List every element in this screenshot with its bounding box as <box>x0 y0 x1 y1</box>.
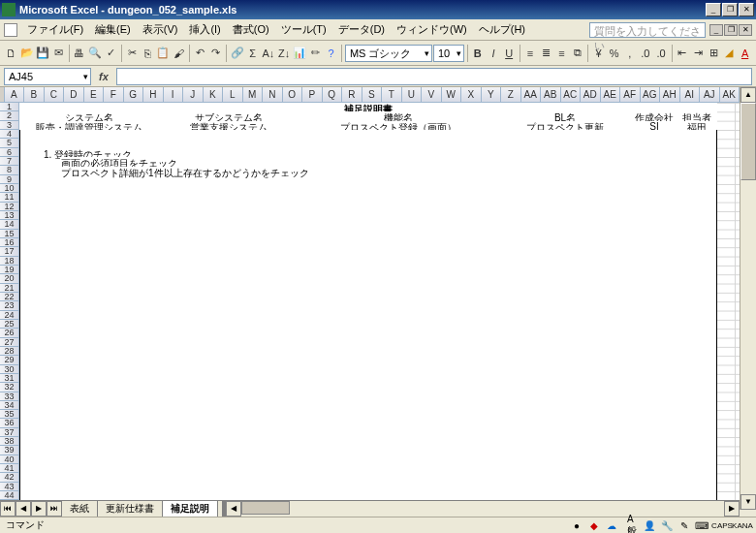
help-icon[interactable]: ? <box>324 44 338 63</box>
outdent-icon[interactable]: ⇥ <box>691 44 706 63</box>
undo-icon[interactable]: ↶ <box>193 44 207 63</box>
sort-asc-icon[interactable]: A↓ <box>261 44 275 63</box>
col-header-AA[interactable]: AA <box>521 87 542 103</box>
col-header-C[interactable]: C <box>45 87 65 103</box>
col-header-O[interactable]: O <box>283 87 303 103</box>
ime-icon-2[interactable]: ◆ <box>586 518 602 532</box>
tab-last-icon[interactable]: ⏭ <box>47 501 62 517</box>
col-header-K[interactable]: K <box>204 87 224 103</box>
doc-restore-button[interactable]: ❐ <box>724 24 738 36</box>
col-header-AK[interactable]: AK <box>720 87 740 103</box>
ime-icon-4[interactable]: 👤 <box>642 518 657 532</box>
save-icon[interactable]: 💾 <box>35 44 49 63</box>
doc-minimize-button[interactable]: _ <box>709 24 723 36</box>
col-header-F[interactable]: F <box>104 87 124 103</box>
vertical-scrollbar[interactable]: ▲ ▼ <box>740 87 756 510</box>
decrease-decimal-icon[interactable]: .0 <box>653 44 668 63</box>
increase-decimal-icon[interactable]: .0 <box>638 44 652 63</box>
align-center-icon[interactable]: ≣ <box>539 44 553 63</box>
align-left-icon[interactable]: ≡ <box>522 44 537 63</box>
name-box[interactable]: AJ45 <box>4 68 91 85</box>
col-header-V[interactable]: V <box>422 87 442 103</box>
tab-prev-icon[interactable]: ◀ <box>16 501 31 517</box>
col-header-Q[interactable]: Q <box>323 87 343 103</box>
col-header-Z[interactable]: Z <box>501 87 521 103</box>
ask-question-input[interactable]: 質問を入力してください <box>589 22 706 38</box>
col-header-G[interactable]: G <box>124 87 144 103</box>
col-header-P[interactable]: P <box>302 87 323 103</box>
menu-view[interactable]: 表示(V) <box>137 20 184 39</box>
col-header-U[interactable]: U <box>402 87 423 103</box>
col-header-H[interactable]: H <box>143 87 164 103</box>
font-color-icon[interactable]: A <box>738 44 752 63</box>
menu-format[interactable]: 書式(O) <box>227 20 275 39</box>
tab-first-icon[interactable]: ⏮ <box>0 501 16 517</box>
font-select[interactable]: MS ゴシック <box>345 45 432 62</box>
autosum-icon[interactable]: Σ <box>245 44 260 63</box>
col-header-X[interactable]: X <box>461 87 482 103</box>
col-header-A[interactable]: A <box>5 87 25 103</box>
col-header-N[interactable]: N <box>263 87 283 103</box>
copy-icon[interactable]: ⎘ <box>141 44 155 63</box>
menu-help[interactable]: ヘルプ(H) <box>473 20 531 39</box>
col-header-Y[interactable]: Y <box>482 87 502 103</box>
cells-area[interactable]: 補足説明書 システム名 サブシステム名 機能名 BL名 作成会社 担当者 販売・… <box>19 103 740 510</box>
open-icon[interactable]: 📂 <box>19 44 34 63</box>
col-header-S[interactable]: S <box>362 87 383 103</box>
col-header-L[interactable]: L <box>223 87 243 103</box>
cut-icon[interactable]: ✂ <box>125 44 140 63</box>
vscroll-thumb[interactable] <box>740 103 756 180</box>
tab-sheet1[interactable]: 表紙 <box>61 501 98 517</box>
fx-icon[interactable]: fx <box>95 71 112 82</box>
preview-icon[interactable]: 🔍 <box>88 44 103 63</box>
fill-color-icon[interactable]: ◢ <box>722 44 737 63</box>
link-icon[interactable]: 🔗 <box>230 44 244 63</box>
ime-icon-1[interactable]: ● <box>569 518 584 532</box>
currency-icon[interactable]: ¥ <box>591 44 606 63</box>
scroll-right-icon[interactable]: ▶ <box>724 501 740 517</box>
scroll-down-icon[interactable]: ▼ <box>740 494 756 510</box>
sort-desc-icon[interactable]: Z↓ <box>277 44 292 63</box>
scroll-left-icon[interactable]: ◀ <box>226 501 241 517</box>
col-header-W[interactable]: W <box>442 87 462 103</box>
drawing-icon[interactable]: ✏ <box>308 44 323 63</box>
horizontal-scrollbar[interactable]: ◀ ▶ <box>222 501 740 517</box>
col-header-E[interactable]: E <box>84 87 105 103</box>
merge-icon[interactable]: ⧉ <box>570 44 584 63</box>
col-header-AE[interactable]: AE <box>601 87 621 103</box>
align-right-icon[interactable]: ≡ <box>554 44 569 63</box>
tab-sheet2[interactable]: 更新仕様書 <box>97 501 163 517</box>
col-header-AD[interactable]: AD <box>581 87 601 103</box>
minimize-button[interactable]: _ <box>706 3 721 16</box>
menu-insert[interactable]: 挿入(I) <box>183 20 226 39</box>
menu-tools[interactable]: ツール(T) <box>275 20 332 39</box>
redo-icon[interactable]: ↷ <box>208 44 223 63</box>
col-header-AI[interactable]: AI <box>680 87 701 103</box>
mail-icon[interactable]: ✉ <box>50 44 65 63</box>
menu-window[interactable]: ウィンドウ(W) <box>391 20 473 39</box>
close-button[interactable]: ✕ <box>739 3 754 16</box>
chart-icon[interactable]: 📊 <box>293 44 307 63</box>
borders-icon[interactable]: ⊞ <box>707 44 721 63</box>
spell-icon[interactable]: ✓ <box>104 44 118 63</box>
scroll-up-icon[interactable]: ▲ <box>740 87 756 103</box>
doc-close-button[interactable]: ✕ <box>739 24 752 36</box>
col-header-I[interactable]: I <box>164 87 184 103</box>
tab-next-icon[interactable]: ▶ <box>31 501 47 517</box>
col-header-J[interactable]: J <box>183 87 204 103</box>
percent-icon[interactable]: % <box>607 44 621 63</box>
comma-icon[interactable]: , <box>622 44 637 63</box>
col-header-AH[interactable]: AH <box>660 87 680 103</box>
underline-icon[interactable]: U <box>502 44 517 63</box>
print-icon[interactable]: 🖶 <box>72 44 86 63</box>
font-size-select[interactable]: 10 <box>433 45 464 62</box>
italic-icon[interactable]: I <box>486 44 500 63</box>
tab-sheet3[interactable]: 補足説明 <box>162 501 218 517</box>
hscroll-thumb[interactable] <box>241 501 290 515</box>
ime-mode[interactable]: A 般 <box>624 518 640 532</box>
menu-file[interactable]: ファイル(F) <box>21 20 89 39</box>
col-header-AG[interactable]: AG <box>641 87 661 103</box>
col-header-R[interactable]: R <box>342 87 362 103</box>
paste-icon[interactable]: 📋 <box>156 44 171 63</box>
col-header-D[interactable]: D <box>64 87 84 103</box>
